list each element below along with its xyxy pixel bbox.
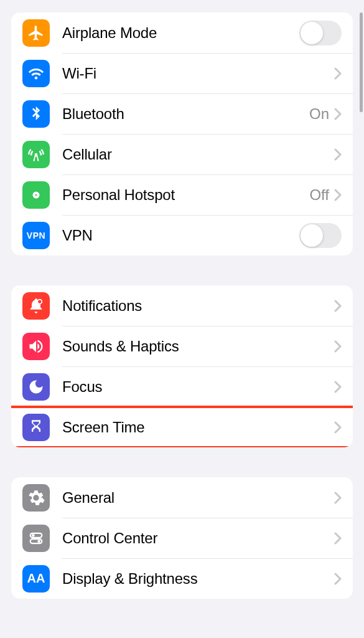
chevron-icon — [334, 492, 342, 504]
row-wifi[interactable]: Wi-Fi — [11, 53, 353, 93]
chevron-icon — [334, 573, 342, 585]
general-label: General — [62, 489, 334, 507]
display-label: Display & Brightness — [62, 570, 334, 588]
row-cellular[interactable]: Cellular — [11, 134, 353, 174]
row-hotspot[interactable]: Personal Hotspot Off — [11, 174, 353, 215]
airplane-icon — [22, 19, 50, 47]
controlcenter-label: Control Center — [62, 530, 334, 547]
row-general[interactable]: General — [11, 477, 353, 518]
vpn-toggle[interactable] — [299, 223, 342, 248]
hotspot-value: Off — [309, 186, 329, 204]
bluetooth-icon — [22, 100, 50, 128]
wifi-icon — [22, 60, 50, 87]
bluetooth-value: On — [309, 105, 329, 123]
row-display[interactable]: AA Display & Brightness — [11, 558, 353, 599]
row-vpn[interactable]: VPN VPN — [11, 215, 353, 255]
chevron-icon — [334, 532, 342, 545]
row-focus[interactable]: Focus — [11, 366, 353, 407]
vpn-label: VPN — [62, 227, 299, 244]
svg-point-2 — [32, 534, 35, 537]
wifi-label: Wi-Fi — [62, 65, 334, 82]
airplane-mode-toggle[interactable] — [299, 21, 342, 45]
vpn-icon: VPN — [22, 222, 50, 249]
screentime-label: Screen Time — [62, 419, 334, 436]
sounds-label: Sounds & Haptics — [62, 338, 334, 355]
notifications-label: Notifications — [62, 297, 334, 315]
cellular-icon — [22, 141, 50, 168]
settings-section-connectivity: Airplane Mode Wi-Fi Bluetooth On Cellula… — [11, 12, 353, 255]
moon-icon — [22, 373, 50, 401]
aa-icon: AA — [22, 565, 50, 593]
airplane-mode-label: Airplane Mode — [62, 24, 299, 42]
focus-label: Focus — [62, 378, 334, 396]
row-airplane-mode[interactable]: Airplane Mode — [11, 12, 353, 53]
svg-point-4 — [37, 540, 40, 543]
chevron-icon — [334, 108, 342, 120]
row-notifications[interactable]: Notifications — [11, 285, 353, 326]
hourglass-icon — [22, 414, 50, 441]
chevron-icon — [334, 421, 342, 434]
chevron-icon — [334, 300, 342, 312]
chevron-icon — [334, 340, 342, 353]
row-bluetooth[interactable]: Bluetooth On — [11, 93, 353, 134]
hotspot-label: Personal Hotspot — [62, 186, 309, 204]
chevron-icon — [334, 381, 342, 393]
chevron-icon — [334, 189, 342, 201]
hotspot-icon — [22, 181, 50, 209]
cellular-label: Cellular — [62, 146, 334, 163]
scroll-indicator[interactable] — [360, 12, 363, 112]
gear-icon — [22, 484, 50, 512]
speaker-icon — [22, 333, 50, 360]
chevron-icon — [334, 148, 342, 161]
row-screentime[interactable]: Screen Time — [11, 407, 353, 447]
settings-list: Airplane Mode Wi-Fi Bluetooth On Cellula… — [0, 0, 364, 599]
switches-icon — [22, 525, 50, 552]
chevron-icon — [334, 67, 342, 80]
bell-icon — [22, 292, 50, 320]
settings-section-notifications: Notifications Sounds & Haptics Focus Scr… — [11, 285, 353, 447]
bluetooth-label: Bluetooth — [62, 105, 309, 123]
settings-section-general: General Control Center AA Display & Brig… — [11, 477, 353, 599]
svg-point-0 — [37, 299, 42, 303]
row-controlcenter[interactable]: Control Center — [11, 518, 353, 558]
row-sounds[interactable]: Sounds & Haptics — [11, 326, 353, 366]
